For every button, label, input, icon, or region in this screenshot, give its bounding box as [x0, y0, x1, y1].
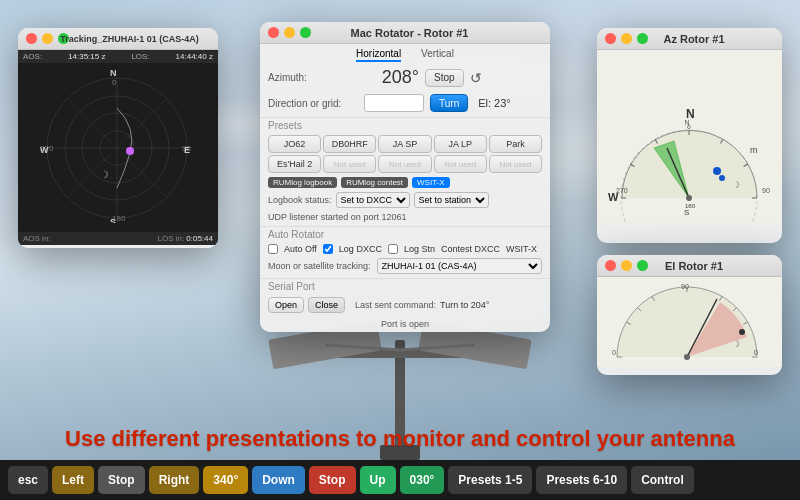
svg-text:90: 90 [681, 283, 689, 290]
serial-port-label: Serial Port [260, 278, 550, 294]
azimuth-label: Azimuth: [268, 72, 358, 83]
az-rotor-window: Az Rotor #1 N 0 90 270 [597, 28, 782, 243]
key-up[interactable]: Up [360, 466, 396, 494]
udp-listener-text: UDP listener started on port 12061 [268, 212, 406, 222]
az-compass-svg: N 0 90 270 180 N W S m ☽ [602, 53, 777, 223]
azimuth-row: Azimuth: 208° Stop ↺ [260, 64, 550, 91]
preset-jalp[interactable]: JA LP [434, 135, 487, 153]
svg-text:m: m [750, 145, 758, 155]
preset-jasp[interactable]: JA SP [378, 135, 431, 153]
direction-input[interactable] [364, 94, 424, 112]
aos-in-label: AOS in: [23, 234, 51, 243]
preset-eshail2[interactable]: Es'Hail 2 [268, 155, 321, 173]
tab-vertical[interactable]: Vertical [421, 48, 454, 62]
last-sent-label: Last sent command: [355, 300, 436, 310]
serial-port-row: Open Close Last sent command: Turn to 20… [260, 294, 550, 316]
svg-text:0: 0 [612, 349, 616, 356]
rotor-tabs: Horizontal Vertical [260, 44, 550, 64]
los-in-label: LOS in: [158, 234, 185, 243]
key-presets-1-5[interactable]: Presets 1-5 [448, 466, 532, 494]
los-time: 14:44:40 z [176, 52, 213, 61]
svg-point-24 [126, 147, 134, 155]
direction-label: Direction or grid: [268, 98, 358, 109]
log-dxcc-label: Log DXCC [339, 244, 382, 254]
wsit-x-label: WSIT-X [506, 244, 537, 254]
log-stn-check[interactable] [388, 244, 398, 254]
key-control[interactable]: Control [631, 466, 694, 494]
tab-horizontal[interactable]: Horizontal [356, 48, 401, 62]
logbook-status-row: Logbook status: Set to DXCC Set to stati… [260, 190, 550, 210]
port-status-row: Port is open [260, 316, 550, 332]
footer-text: Use different presentations to monitor a… [0, 426, 800, 452]
log-tag-wsjtx[interactable]: WSIT-X [412, 177, 450, 188]
key-stop-1[interactable]: Stop [98, 466, 145, 494]
key-340[interactable]: 340° [203, 466, 248, 494]
aos-label: AOS: [23, 52, 42, 61]
svg-text:☽: ☽ [100, 169, 109, 180]
preset-grid: JO62 DB0HRF JA SP JA LP Park Es'Hail 2 N… [260, 133, 550, 175]
tracking-titlebar: Tracking_ZHUHAI-1 01 (CAS-4A) [18, 28, 218, 50]
logbook-status-select[interactable]: Set to DXCC [336, 192, 410, 208]
tracking-title: Tracking_ZHUHAI-1 01 (CAS-4A) [49, 34, 210, 44]
key-esc[interactable]: esc [8, 466, 48, 494]
refresh-icon[interactable]: ↺ [470, 70, 482, 86]
rotor-title: Mac Rotator - Rotor #1 [277, 27, 542, 39]
logbook-status-label: Logbook status: [268, 195, 332, 205]
moon-tracking-select[interactable]: ZHUHAI-1 01 (CAS-4A) [377, 258, 542, 274]
presets-label: Presets [260, 117, 550, 133]
close-button[interactable]: Close [308, 297, 345, 313]
svg-point-66 [684, 354, 690, 360]
polar-plot: 0 90 180 270 N S E W ☽ [18, 63, 216, 223]
preset-jo62[interactable]: JO62 [268, 135, 321, 153]
key-down[interactable]: Down [252, 466, 305, 494]
key-right[interactable]: Right [149, 466, 200, 494]
svg-text:S: S [684, 208, 689, 217]
el-titlebar: El Rotor #1 [597, 255, 782, 277]
last-sent-value: Turn to 204° [440, 300, 489, 310]
logbook-station-select[interactable]: Set to station [414, 192, 489, 208]
az-title: Az Rotor #1 [614, 33, 774, 45]
open-button[interactable]: Open [268, 297, 304, 313]
turn-button[interactable]: Turn [430, 94, 468, 112]
log-tag-contest[interactable]: RUMlog contest [341, 177, 408, 188]
auto-rotator-row: Auto Off Log DXCC Log Stn Contest DXCC W… [260, 242, 550, 256]
preset-7[interactable]: Not used [323, 155, 376, 173]
el-svg: 0 90 0 ☽ [602, 277, 777, 367]
svg-text:0: 0 [754, 349, 758, 356]
auto-off-label: Auto Off [284, 244, 317, 254]
preset-db0hrf[interactable]: DB0HRF [323, 135, 376, 153]
log-dxcc-check[interactable] [323, 244, 333, 254]
rotor-titlebar: Mac Rotator - Rotor #1 [260, 22, 550, 44]
preset-10[interactable]: Not used [489, 155, 542, 173]
los-in-value: 0:05:44 [186, 234, 213, 243]
preset-8[interactable]: Not used [378, 155, 431, 173]
svg-text:W: W [608, 191, 619, 203]
svg-text:E: E [184, 145, 190, 155]
log-tags-row: RUMlog logbook RUMlog contest WSIT-X [260, 175, 550, 190]
port-status-text: Port is open [381, 319, 429, 329]
svg-text:W: W [40, 145, 49, 155]
key-030[interactable]: 030° [400, 466, 445, 494]
log-tag-rumlog[interactable]: RUMlog logbook [268, 177, 337, 188]
close-btn[interactable] [26, 33, 37, 44]
log-stn-label: Log Stn [404, 244, 435, 254]
auto-rotator-label: Auto Rotator [260, 226, 550, 242]
svg-point-49 [686, 195, 692, 201]
auto-off-check[interactable] [268, 244, 278, 254]
preset-park[interactable]: Park [489, 135, 542, 153]
key-presets-6-10[interactable]: Presets 6-10 [536, 466, 627, 494]
svg-point-45 [713, 167, 721, 175]
moon-tracking-label: Moon or satellite tracking: [268, 261, 371, 271]
key-left[interactable]: Left [52, 466, 94, 494]
preset-9[interactable]: Not used [434, 155, 487, 173]
az-titlebar: Az Rotor #1 [597, 28, 782, 50]
key-stop-2[interactable]: Stop [309, 466, 356, 494]
el-title: El Rotor #1 [614, 260, 774, 272]
svg-text:N: N [686, 107, 695, 121]
svg-text:S: S [110, 217, 116, 223]
elevation-label: El: 23° [478, 97, 511, 109]
moon-tracking-row: Moon or satellite tracking: ZHUHAI-1 01 … [260, 256, 550, 276]
stop-button[interactable]: Stop [425, 69, 464, 87]
rotor-window: Mac Rotator - Rotor #1 Horizontal Vertic… [260, 22, 550, 332]
udp-listener-row: UDP listener started on port 12061 [260, 210, 550, 224]
